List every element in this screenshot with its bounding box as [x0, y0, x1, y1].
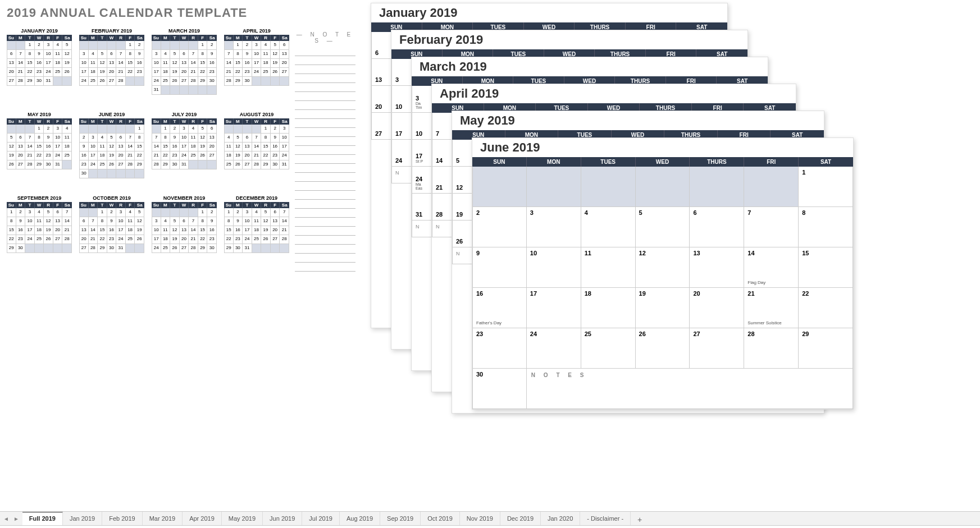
- sheet-tab[interactable]: May 2019: [222, 512, 263, 525]
- day-cell[interactable]: [581, 167, 636, 207]
- day-cell[interactable]: 4: [581, 207, 636, 247]
- notes-line[interactable]: [295, 263, 355, 272]
- day-cell[interactable]: 12: [636, 247, 690, 288]
- day-cell[interactable]: [527, 167, 581, 207]
- sheet-tab[interactable]: Mar 2019: [143, 512, 183, 525]
- day-cell[interactable]: [744, 167, 799, 207]
- notes-line[interactable]: [295, 137, 355, 146]
- notes-line[interactable]: [295, 200, 355, 209]
- notes-line[interactable]: [295, 227, 355, 236]
- mini-day-cell: 21: [126, 151, 135, 160]
- mini-day-cell: 22: [261, 151, 271, 160]
- notes-line[interactable]: [295, 155, 355, 164]
- day-cell[interactable]: 28: [744, 328, 799, 369]
- day-cell[interactable]: 20: [690, 288, 744, 328]
- sheet-tab[interactable]: Apr 2019: [183, 512, 222, 525]
- notes-line[interactable]: [295, 65, 355, 74]
- mini-dow-label: F: [126, 35, 135, 41]
- day-cell[interactable]: 9: [472, 247, 527, 288]
- day-cell[interactable]: 8: [799, 207, 853, 247]
- notes-line[interactable]: [295, 218, 355, 227]
- mini-day-cell: 24: [280, 151, 289, 160]
- notes-line[interactable]: [295, 191, 355, 200]
- day-cell[interactable]: [690, 167, 744, 207]
- day-cell[interactable]: 21Summer Solstice: [744, 288, 799, 328]
- notes-line[interactable]: [295, 119, 355, 128]
- notes-line[interactable]: [295, 83, 355, 92]
- sheet-tab[interactable]: Jan 2020: [541, 512, 580, 525]
- day-cell[interactable]: 26: [636, 328, 690, 369]
- sheet-tab[interactable]: Dec 2019: [500, 512, 541, 525]
- tab-prev-icon[interactable]: ◄: [3, 516, 9, 522]
- notes-line[interactable]: [295, 182, 355, 191]
- mini-day-cell: 7: [62, 208, 72, 217]
- sheet-tab[interactable]: Feb 2019: [102, 512, 142, 525]
- notes-line[interactable]: [295, 254, 355, 263]
- day-cell[interactable]: 3: [527, 207, 581, 247]
- day-cell[interactable]: 30: [472, 369, 527, 409]
- day-cell[interactable]: 18: [581, 288, 636, 328]
- notes-line[interactable]: [295, 47, 355, 56]
- day-cell[interactable]: 16Father's Day: [472, 288, 527, 328]
- sheet-tab[interactable]: Oct 2019: [421, 512, 460, 525]
- tab-next-icon[interactable]: ►: [13, 516, 19, 522]
- mini-month: OCTOBER 2019SuMTWRFSa1234567891011121314…: [79, 195, 144, 253]
- sheet-tab[interactable]: Jan 2019: [63, 512, 102, 525]
- mini-month: JULY 2019SuMTWRFSa1234567891011121314151…: [152, 112, 217, 178]
- day-cell[interactable]: 10: [527, 247, 581, 288]
- event-label: Summer Solstice: [747, 320, 781, 325]
- day-cell[interactable]: 25: [581, 328, 636, 369]
- mini-day-cell: 24: [152, 77, 161, 86]
- day-cell[interactable]: 5: [636, 207, 690, 247]
- day-cell[interactable]: 6: [690, 207, 744, 247]
- day-cell[interactable]: [472, 167, 527, 207]
- mini-day-cell: 5: [170, 217, 180, 226]
- day-cell[interactable]: 11: [581, 247, 636, 288]
- mini-dow-label: R: [189, 202, 198, 208]
- notes-line[interactable]: [295, 74, 355, 83]
- notes-line[interactable]: [295, 56, 355, 65]
- mini-day-cell: 13: [16, 143, 26, 151]
- mini-dow-label: Su: [152, 118, 161, 125]
- day-cell[interactable]: 14Flag Day: [744, 247, 799, 288]
- sheet-tab[interactable]: Jun 2019: [263, 512, 302, 525]
- sheet-tab[interactable]: Aug 2019: [340, 512, 380, 525]
- mini-day-cell: 13: [116, 143, 126, 151]
- sheet-tab[interactable]: Jul 2019: [302, 512, 340, 525]
- day-cell[interactable]: 7: [744, 207, 799, 247]
- day-cell[interactable]: 13: [690, 247, 744, 288]
- day-cell[interactable]: 15: [799, 247, 853, 288]
- notes-line[interactable]: [295, 146, 355, 155]
- notes-line[interactable]: [295, 236, 355, 245]
- mini-day-cell: 25: [62, 151, 72, 160]
- sheet-tab[interactable]: Sep 2019: [380, 512, 421, 525]
- day-cell[interactable]: 22: [799, 288, 853, 328]
- notes-line[interactable]: [295, 110, 355, 119]
- day-cell[interactable]: 2: [472, 207, 527, 247]
- partial-week-cell: 24Ma Eas: [412, 167, 432, 194]
- mini-day-cell: [16, 41, 26, 50]
- notes-line[interactable]: [295, 101, 355, 110]
- add-sheet-button[interactable]: +: [631, 512, 649, 525]
- day-cell[interactable]: 24: [527, 328, 581, 369]
- sheet-tab[interactable]: - Disclaimer -: [580, 512, 631, 525]
- day-cell[interactable]: 17: [527, 288, 581, 328]
- notes-line[interactable]: [295, 173, 355, 182]
- month-notes-cell[interactable]: N O T E S: [527, 369, 853, 409]
- day-cell[interactable]: [636, 167, 690, 207]
- sheet-tab[interactable]: Nov 2019: [460, 512, 500, 525]
- day-cell[interactable]: 1: [799, 167, 853, 207]
- notes-line[interactable]: [295, 164, 355, 173]
- notes-line[interactable]: [295, 209, 355, 218]
- mini-day-cell: [189, 86, 198, 95]
- notes-line[interactable]: [295, 92, 355, 101]
- day-cell[interactable]: 19: [636, 288, 690, 328]
- sheet-tab[interactable]: Full 2019: [22, 512, 63, 525]
- notes-line[interactable]: [295, 128, 355, 137]
- day-cell[interactable]: 29: [799, 328, 853, 369]
- day-cell[interactable]: 27: [690, 328, 744, 369]
- notes-line[interactable]: [295, 245, 355, 254]
- day-cell[interactable]: 23: [472, 328, 527, 369]
- mini-dow-label: T: [98, 35, 107, 41]
- mini-day-cell: 10: [243, 217, 252, 226]
